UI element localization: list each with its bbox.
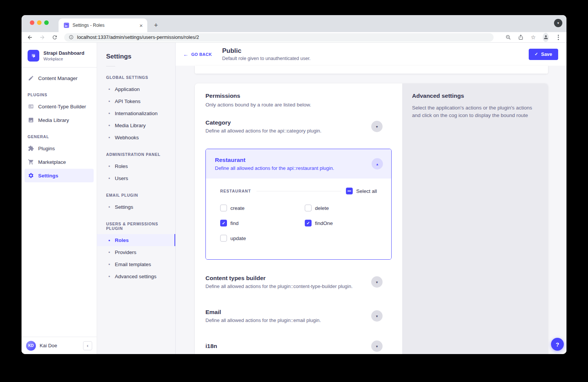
advanced-settings-title: Advanced settings — [412, 92, 538, 99]
create-checkbox[interactable] — [220, 205, 227, 211]
check-icon: ✓ — [535, 52, 538, 57]
role-details-card-bottom — [195, 66, 548, 74]
select-all-checkbox[interactable] — [346, 188, 353, 194]
share-icon[interactable] — [518, 34, 524, 40]
subnav-item-providers[interactable]: Providers — [97, 246, 175, 258]
sidebar-item-marketplace[interactable]: Marketplace — [25, 155, 94, 169]
forward-icon[interactable] — [39, 34, 45, 40]
zoom-page-icon[interactable] — [505, 34, 511, 40]
pen-icon — [28, 75, 34, 82]
accordion-category[interactable]: Category Define all allowed actions for … — [205, 119, 392, 134]
subnav-group-administration-panel: ADMINISTRATION PANEL — [106, 152, 166, 157]
sidebar-item-label: Media Library — [38, 117, 69, 123]
subnav-item-up-roles[interactable]: Roles — [97, 234, 175, 246]
profile-avatar-icon[interactable] — [543, 34, 549, 40]
browser-window: Settings - Roles × + ▾ localhost:1337/ad… — [22, 15, 566, 354]
main-content: ← GO BACK Public Default role given to u… — [176, 43, 566, 354]
chevron-down-icon[interactable]: ▾ — [371, 121, 383, 132]
site-info-icon[interactable] — [69, 35, 74, 40]
role-header: ← GO BACK Public Default role given to u… — [176, 43, 566, 66]
strapi-app: Strapi Dashboard Workplace Content Manag… — [22, 43, 566, 354]
sidebar-item-media-library[interactable]: Media Library — [25, 113, 94, 127]
permissions-title: Permissions — [205, 92, 392, 99]
new-tab-button[interactable]: + — [151, 21, 161, 30]
permissions-section: Permissions Only actions bound by a rout… — [195, 83, 402, 354]
subnav-item-email-settings[interactable]: Settings — [97, 201, 175, 213]
accordion-content-types-builder[interactable]: Content types builder Define all allowed… — [205, 275, 392, 289]
puzzle-icon — [28, 145, 34, 152]
browser-menu-icon[interactable] — [555, 34, 561, 40]
image-icon — [28, 117, 34, 123]
reload-icon[interactable] — [52, 34, 58, 40]
url-bar[interactable]: localhost:1337/admin/settings/users-perm… — [64, 33, 494, 42]
subnav-item-advanced-settings[interactable]: Advanced settings — [97, 270, 175, 282]
chevron-down-icon[interactable]: ▾ — [371, 310, 383, 322]
select-all-label: Select all — [356, 188, 377, 194]
browser-tab-strip: Settings - Roles × + ▾ — [22, 15, 566, 32]
user-name: Kai Doe — [40, 343, 57, 348]
delete-checkbox[interactable] — [305, 205, 312, 211]
gear-icon — [28, 172, 34, 179]
update-checkbox[interactable] — [220, 235, 227, 242]
zoom-window-button[interactable] — [44, 20, 49, 25]
help-button[interactable]: ? — [551, 338, 564, 351]
action-update: update — [220, 235, 305, 242]
subnav-item-admin-users[interactable]: Users — [97, 172, 175, 184]
action-delete: delete — [305, 205, 377, 211]
subnav-group-users-permissions: USERS & PERMISSIONS PLUGIN — [106, 222, 166, 231]
go-back-link[interactable]: ← GO BACK — [183, 51, 212, 57]
subnav-item-media-library[interactable]: Media Library — [97, 119, 175, 131]
advanced-settings-panel: Advanced settings Select the application… — [402, 83, 548, 354]
user-avatar[interactable]: KD — [26, 341, 36, 351]
accordion-restaurant: Restaurant Define all allowed actions fo… — [205, 149, 392, 260]
subnav-item-webhooks[interactable]: Webhooks — [97, 131, 175, 143]
back-icon[interactable] — [27, 34, 33, 40]
chevron-up-icon[interactable]: ▴ — [372, 158, 383, 169]
save-button[interactable]: ✓ Save — [529, 49, 558, 60]
tab-search-button[interactable]: ▾ — [554, 19, 562, 27]
action-create: create — [220, 205, 305, 211]
subnav-group-global-settings: GLOBAL SETTINGS — [106, 75, 166, 80]
chevron-down-icon[interactable]: ▾ — [371, 340, 383, 352]
find-checkbox[interactable]: ✓ — [220, 220, 227, 226]
minimize-window-button[interactable] — [37, 20, 42, 25]
restaurant-group-label: RESTAURANT — [220, 189, 251, 193]
subnav-item-internationalization[interactable]: Internationalization — [97, 107, 175, 119]
subnav-divider — [106, 66, 115, 66]
subnav-item-admin-roles[interactable]: Roles — [97, 160, 175, 172]
app-name: Strapi Dashboard — [43, 50, 84, 56]
sidebar-item-label: Content-Type Builder — [38, 104, 86, 109]
accordion-email[interactable]: Email Define all allowed actions for the… — [205, 309, 392, 323]
collapse-sidebar-button[interactable]: ‹ — [83, 341, 92, 350]
strapi-favicon-icon — [64, 23, 69, 28]
permissions-subtitle: Only actions bound by a route are listed… — [205, 102, 392, 108]
subnav-title: Settings — [106, 53, 166, 60]
group-divider — [256, 191, 342, 191]
accordion-i18n[interactable]: i18n ▾ — [205, 343, 392, 350]
close-window-button[interactable] — [30, 20, 34, 25]
permissions-panel: Permissions Only actions bound by a rout… — [195, 83, 548, 354]
sidebar-item-settings[interactable]: Settings — [25, 169, 94, 182]
tab-title: Settings - Roles — [73, 23, 139, 28]
tab-close-icon[interactable]: × — [139, 23, 143, 28]
role-title: Public — [222, 47, 310, 55]
actions-grid: create delete ✓ find — [220, 205, 377, 242]
sidebar-item-content-type-builder[interactable]: Content-Type Builder — [25, 100, 94, 113]
workspace-name: Workplace — [43, 57, 84, 61]
findone-checkbox[interactable]: ✓ — [305, 220, 312, 226]
sidebar-item-label: Content Manager — [38, 75, 77, 81]
subnav-item-email-templates[interactable]: Email templates — [97, 258, 175, 270]
sidebar-item-content-manager[interactable]: Content Manager — [25, 71, 94, 85]
sidebar-item-plugins[interactable]: Plugins — [25, 142, 94, 155]
browser-tab[interactable]: Settings - Roles × — [59, 18, 147, 32]
subnav-item-application[interactable]: Application — [97, 83, 175, 95]
accordion-restaurant-body: RESTAURANT Select all create — [206, 179, 391, 259]
accordion-restaurant-header[interactable]: Restaurant Define all allowed actions fo… — [206, 149, 391, 179]
chevron-down-icon[interactable]: ▾ — [371, 276, 383, 288]
action-find: ✓ find — [220, 220, 305, 226]
bookmark-star-icon[interactable]: ☆ — [530, 34, 536, 40]
sidebar-footer: KD Kai Doe ‹ — [22, 337, 97, 354]
subnav-item-api-tokens[interactable]: API Tokens — [97, 95, 175, 107]
workspace-switcher[interactable]: Strapi Dashboard Workplace — [22, 43, 97, 67]
subnav-group-email-plugin: EMAIL PLUGIN — [106, 193, 166, 197]
